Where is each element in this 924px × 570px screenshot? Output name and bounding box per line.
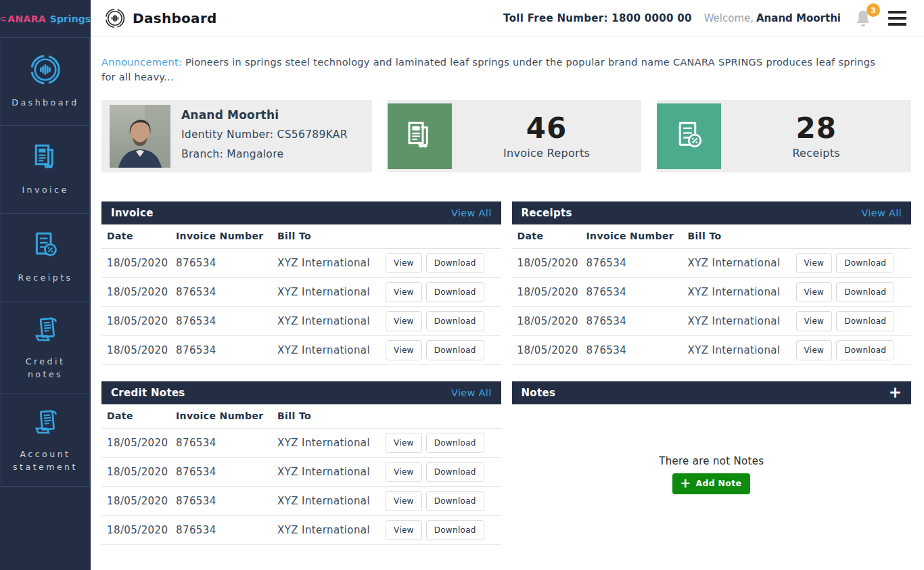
view-button[interactable]: View bbox=[386, 282, 422, 302]
column-invoice-number: Invoice Number bbox=[586, 231, 688, 241]
cell-invoice-number: 876534 bbox=[176, 495, 277, 507]
hamburger-menu-icon[interactable] bbox=[888, 8, 906, 28]
plus-icon: + bbox=[680, 478, 691, 488]
view-button[interactable]: View bbox=[386, 433, 422, 453]
receipts-panel-header: Receipts View All bbox=[512, 201, 912, 224]
welcome-prefix: Welcome, bbox=[704, 12, 754, 24]
download-button[interactable]: Download bbox=[836, 282, 894, 302]
main-area: Dashboard Toll Free Number: 1800 0000 00… bbox=[91, 0, 924, 570]
table-row: 18/05/2020 876534 XYZ International View… bbox=[512, 336, 912, 365]
invoice-reports-card: 46 Invoice Reports bbox=[388, 100, 642, 172]
cell-date: 18/05/2020 bbox=[107, 286, 176, 298]
invoice-reports-label: Invoice Reports bbox=[452, 147, 642, 160]
cell-bill-to: XYZ International bbox=[277, 344, 386, 356]
profile-identity: Identity Number: CS56789KAR bbox=[181, 125, 348, 145]
download-button[interactable]: Download bbox=[836, 311, 894, 331]
cell-invoice-number: 876534 bbox=[176, 257, 277, 269]
invoice-table-body: 18/05/2020 876534 XYZ International View… bbox=[101, 249, 501, 365]
account-statement-icon bbox=[30, 406, 61, 437]
cell-date: 18/05/2020 bbox=[517, 344, 586, 356]
column-invoice-number: Invoice Number bbox=[176, 231, 277, 241]
invoice-icon bbox=[30, 142, 61, 173]
cell-date: 18/05/2020 bbox=[107, 466, 176, 478]
app-root: ANARA Springs Dashboard bbox=[0, 0, 924, 570]
sidebar-item-credit-notes[interactable]: Credit notes bbox=[1, 301, 90, 394]
receipts-view-all-link[interactable]: View All bbox=[862, 208, 902, 218]
table-row: 18/05/2020 876534 XYZ International View… bbox=[101, 336, 501, 365]
dashboard-title-icon bbox=[104, 7, 126, 29]
download-button[interactable]: Download bbox=[426, 491, 484, 511]
cell-date: 18/05/2020 bbox=[107, 495, 176, 507]
receipts-count: 28 bbox=[721, 113, 911, 144]
brand-logo[interactable]: ANARA Springs bbox=[0, 0, 91, 37]
add-note-label: Add Note bbox=[695, 478, 741, 488]
summary-cards: Anand Moorthi Identity Number: CS56789KA… bbox=[101, 100, 911, 172]
cell-bill-to: XYZ International bbox=[277, 524, 386, 536]
credit-notes-view-all-link[interactable]: View All bbox=[451, 387, 491, 398]
download-button[interactable]: Download bbox=[426, 462, 484, 482]
credit-notes-panel: Credit Notes View All Date Invoice Numbe… bbox=[101, 381, 501, 545]
logo-text-springs: Springs bbox=[50, 14, 91, 24]
cell-date: 18/05/2020 bbox=[517, 315, 586, 327]
receipts-card: 28 Receipts bbox=[657, 100, 911, 172]
sidebar-item-label: Account statement bbox=[5, 448, 85, 474]
announcement-text: Pioneers in springs steel technology and… bbox=[101, 57, 875, 82]
download-button[interactable]: Download bbox=[426, 520, 484, 540]
sidebar-item-account-statement[interactable]: Account statement bbox=[1, 394, 90, 487]
view-button[interactable]: View bbox=[796, 311, 833, 331]
table-row: 18/05/2020 876534 XYZ International View… bbox=[101, 278, 501, 307]
view-button[interactable]: View bbox=[386, 340, 422, 360]
cell-invoice-number: 876534 bbox=[176, 286, 277, 298]
profile-branch: Branch: Mangalore bbox=[181, 145, 348, 164]
profile-card: Anand Moorthi Identity Number: CS56789KA… bbox=[101, 100, 372, 172]
receipts-label: Receipts bbox=[721, 147, 911, 160]
view-button[interactable]: View bbox=[386, 520, 422, 540]
cell-date: 18/05/2020 bbox=[107, 344, 176, 356]
logo-c-icon bbox=[0, 14, 6, 24]
cell-invoice-number: 876534 bbox=[176, 344, 277, 356]
table-row: 18/05/2020 876534 XYZ International View… bbox=[512, 278, 912, 307]
download-button[interactable]: Download bbox=[426, 282, 484, 302]
invoice-reports-icon bbox=[388, 103, 452, 169]
view-button[interactable]: View bbox=[386, 491, 422, 511]
add-note-button[interactable]: + Add Note bbox=[672, 473, 750, 494]
sidebar-item-invoice[interactable]: Invoice bbox=[1, 125, 90, 214]
table-row: 18/05/2020 876534 XYZ International View… bbox=[101, 487, 501, 516]
cell-invoice-number: 876534 bbox=[586, 286, 688, 298]
panel-title: Receipts bbox=[522, 207, 572, 219]
column-bill-to: Bill To bbox=[277, 231, 386, 241]
view-button[interactable]: View bbox=[796, 253, 833, 273]
download-button[interactable]: Download bbox=[426, 433, 484, 453]
invoice-view-all-link[interactable]: View All bbox=[451, 208, 491, 218]
cell-date: 18/05/2020 bbox=[517, 286, 586, 298]
view-button[interactable]: View bbox=[796, 340, 833, 360]
download-button[interactable]: Download bbox=[426, 340, 484, 360]
invoice-panel-header: Invoice View All bbox=[101, 201, 501, 224]
sidebar-item-label: Receipts bbox=[18, 271, 72, 284]
table-row: 18/05/2020 876534 XYZ International View… bbox=[512, 307, 912, 336]
download-button[interactable]: Download bbox=[426, 311, 484, 331]
download-button[interactable]: Download bbox=[836, 340, 894, 360]
column-date: Date bbox=[107, 410, 176, 421]
add-note-plus-icon[interactable]: + bbox=[889, 385, 902, 400]
cell-date: 18/05/2020 bbox=[107, 437, 176, 449]
invoice-panel: Invoice View All Date Invoice Number Bil… bbox=[101, 201, 501, 365]
notes-empty-state: There are not Notes + Add Note bbox=[512, 404, 912, 545]
sidebar-item-dashboard[interactable]: Dashboard bbox=[1, 37, 90, 126]
download-button[interactable]: Download bbox=[426, 253, 484, 273]
credit-notes-panel-header: Credit Notes View All bbox=[101, 381, 501, 404]
notification-badge: 3 bbox=[867, 3, 880, 17]
download-button[interactable]: Download bbox=[836, 253, 894, 273]
notes-panel: Notes + There are not Notes + Add Note bbox=[512, 381, 912, 545]
table-row: 18/05/2020 876534 XYZ International View… bbox=[512, 249, 912, 278]
view-button[interactable]: View bbox=[796, 282, 833, 302]
receipts-table-body: 18/05/2020 876534 XYZ International View… bbox=[512, 249, 912, 365]
credit-notes-icon bbox=[30, 314, 61, 345]
view-button[interactable]: View bbox=[386, 253, 422, 273]
cell-invoice-number: 876534 bbox=[176, 315, 277, 327]
cell-bill-to: XYZ International bbox=[277, 286, 386, 298]
notifications-button[interactable]: 3 bbox=[853, 6, 876, 30]
view-button[interactable]: View bbox=[386, 462, 422, 482]
sidebar-item-receipts[interactable]: Receipts bbox=[1, 213, 90, 302]
view-button[interactable]: View bbox=[386, 311, 422, 331]
